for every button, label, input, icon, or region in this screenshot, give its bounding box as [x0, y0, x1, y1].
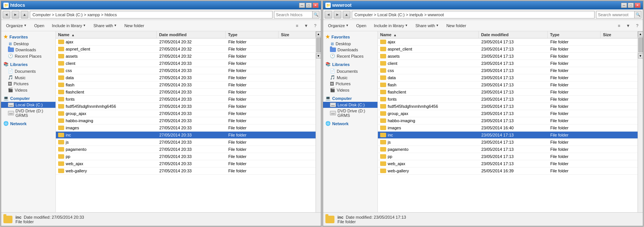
include-library-button[interactable]: Include in library ▼: [48, 21, 89, 30]
sidebar-item-documents[interactable]: 📄 Documents: [1, 68, 55, 74]
table-row[interactable]: group_ajax23/05/2014 17:13File folder: [378, 110, 638, 117]
table-row[interactable]: css27/05/2014 20:33File folder: [56, 67, 316, 74]
forward-button[interactable]: ►: [12, 11, 19, 18]
sidebar-item-desktop[interactable]: 🖥 Desktop: [1, 41, 55, 47]
scroll-up-button-2[interactable]: ▲: [638, 31, 643, 37]
table-row[interactable]: group_ajax27/05/2014 20:33File folder: [56, 110, 316, 117]
scroll-down-button-2[interactable]: ▼: [638, 53, 643, 58]
sidebar-item-downloads-2[interactable]: Downloads: [323, 47, 377, 53]
table-row[interactable]: data23/05/2014 17:13File folder: [378, 74, 638, 81]
col-header-date[interactable]: Date modified: [157, 31, 226, 38]
table-row[interactable]: js27/05/2014 20:33File folder: [56, 139, 316, 146]
table-row[interactable]: ajax23/05/2014 17:13File folder: [378, 38, 638, 46]
back-button-2[interactable]: ◄: [325, 11, 332, 18]
views-button-2[interactable]: ≡: [615, 21, 623, 30]
sidebar-item-recent-places[interactable]: 🕐 Recent Places: [1, 53, 55, 59]
sidebar-item-local-disk[interactable]: Local Disk (C:): [1, 102, 55, 108]
forward-button-2[interactable]: ►: [334, 11, 341, 18]
libraries-header-2[interactable]: 📚 Libraries: [323, 61, 377, 68]
libraries-header[interactable]: 📚 Libraries: [1, 61, 55, 68]
table-row[interactable]: habbo-imaging23/05/2014 17:13File folder: [378, 117, 638, 124]
network-header[interactable]: 🌐 Network: [1, 120, 55, 127]
maximize-button[interactable]: □: [306, 3, 312, 8]
favorites-header-2[interactable]: ★ Favorites: [323, 33, 377, 41]
table-row[interactable]: css23/05/2014 17:13File folder: [378, 67, 638, 74]
table-row[interactable]: pp27/05/2014 20:33File folder: [56, 153, 316, 160]
search-button-2[interactable]: 🔍: [634, 11, 641, 18]
organize-button[interactable]: Organize ▼: [3, 21, 30, 30]
table-row[interactable]: fonts23/05/2014 17:13File folder: [378, 96, 638, 103]
help-button[interactable]: ?: [311, 21, 319, 30]
table-row[interactable]: flashclient23/05/2014 17:13File folder: [378, 89, 638, 96]
new-folder-button[interactable]: New folder: [121, 21, 148, 30]
open-button[interactable]: Open: [31, 21, 48, 30]
col-header-name-2[interactable]: Name ▲: [378, 31, 479, 38]
computer-header-2[interactable]: 💻 Computer: [323, 95, 377, 102]
sidebar-item-videos[interactable]: 🎬 Videos: [1, 87, 55, 93]
table-row[interactable]: data27/05/2014 20:33File folder: [56, 74, 316, 81]
open-button-2[interactable]: Open: [353, 21, 370, 30]
organize-button-2[interactable]: Organize ▼: [325, 21, 352, 30]
address-path[interactable]: Computer > Local Disk (C:) > xampp > htd…: [30, 11, 273, 18]
table-row[interactable]: assets27/05/2014 20:32File folder: [56, 53, 316, 60]
table-row[interactable]: flash23/05/2014 17:13File folder: [378, 81, 638, 89]
scroll-thumb[interactable]: [316, 37, 321, 52]
views-dropdown-button-2[interactable]: ▼: [624, 21, 632, 30]
new-folder-button-2[interactable]: New folder: [443, 21, 470, 30]
network-header-2[interactable]: 🌐 Network: [323, 120, 377, 127]
col-header-size[interactable]: Size: [279, 31, 316, 38]
table-row[interactable]: web-gallery27/05/2014 20:33File folder: [56, 167, 316, 175]
up-button[interactable]: ▲: [21, 11, 28, 18]
table-row[interactable]: images23/05/2014 16:40File folder: [378, 124, 638, 132]
table-row[interactable]: web_ajax27/05/2014 20:33File folder: [56, 160, 316, 167]
sidebar-item-documents-2[interactable]: 📄 Documents: [323, 68, 377, 74]
close-button[interactable]: ✕: [313, 3, 319, 8]
table-row[interactable]: web_ajax23/05/2014 17:13File folder: [378, 160, 638, 167]
sidebar-item-pictures[interactable]: 🖼 Pictures: [1, 81, 55, 87]
table-row[interactable]: inc27/05/2014 20:33File folder: [56, 132, 316, 139]
table-row[interactable]: fonts27/05/2014 20:33File folder: [56, 96, 316, 103]
minimize-button[interactable]: ─: [299, 3, 305, 8]
close-button-2[interactable]: ✕: [635, 3, 641, 8]
sidebar-item-music-2[interactable]: 🎵 Music: [323, 74, 377, 81]
table-row[interactable]: pp23/05/2014 17:13File folder: [378, 153, 638, 160]
scroll-down-button[interactable]: ▼: [316, 53, 321, 58]
table-row[interactable]: client27/05/2014 20:33File folder: [56, 60, 316, 67]
favorites-header[interactable]: ★ Favorites: [1, 33, 55, 41]
table-row[interactable]: aspnet_client27/05/2014 20:32File folder: [56, 46, 316, 53]
sidebar-item-recent-places-2[interactable]: 🕐 Recent Places: [323, 53, 377, 59]
col-header-date-2[interactable]: Date modified: [479, 31, 548, 38]
search-input-2[interactable]: [596, 12, 634, 18]
back-button[interactable]: ◄: [3, 11, 10, 18]
table-row[interactable]: pagamento23/05/2014 17:13File folder: [378, 146, 638, 153]
sidebar-item-local-disk-2[interactable]: Local Disk (C:): [323, 102, 377, 108]
sidebar-item-downloads[interactable]: Downloads: [1, 47, 55, 53]
minimize-button-2[interactable]: ─: [621, 3, 627, 8]
include-library-button-2[interactable]: Include in library ▼: [370, 21, 411, 30]
scroll-up-button[interactable]: ▲: [316, 31, 321, 37]
table-row[interactable]: flash27/05/2014 20:33File folder: [56, 81, 316, 89]
share-with-button[interactable]: Share with ▼: [90, 21, 120, 30]
col-header-type[interactable]: Type: [226, 31, 279, 38]
maximize-button-2[interactable]: □: [628, 3, 634, 8]
computer-header[interactable]: 💻 Computer: [1, 95, 55, 102]
sidebar-item-dvd-2[interactable]: DVD Drive (D:) GRMS: [323, 108, 377, 118]
table-row[interactable]: assets23/05/2014 17:13File folder: [378, 53, 638, 60]
sidebar-item-music[interactable]: 🎵 Music: [1, 74, 55, 81]
table-row[interactable]: aspnet_client23/05/2014 17:13File folder: [378, 46, 638, 53]
table-row[interactable]: pagamento27/05/2014 20:33File folder: [56, 146, 316, 153]
up-button-2[interactable]: ▲: [343, 11, 350, 18]
table-row[interactable]: inc23/05/2014 17:13File folder: [378, 132, 638, 139]
sidebar-item-desktop-2[interactable]: 🖥 Desktop: [323, 41, 377, 47]
help-button-2[interactable]: ?: [633, 21, 641, 30]
sidebar-item-dvd[interactable]: DVD Drive (D:) GRMS: [1, 108, 55, 118]
share-with-button-2[interactable]: Share with ▼: [412, 21, 442, 30]
address-path-2[interactable]: Computer > Local Disk (C:) > inetpub > w…: [352, 11, 595, 18]
views-button[interactable]: ≡: [293, 21, 301, 30]
col-header-size-2[interactable]: Size: [601, 31, 638, 38]
sidebar-item-pictures-2[interactable]: 🖼 Pictures: [323, 81, 377, 87]
search-input[interactable]: [274, 12, 312, 18]
table-row[interactable]: fsdf545fsdgfnnmhmhg645627/05/2014 20:33F…: [56, 103, 316, 110]
scroll-thumb-2[interactable]: [638, 37, 643, 52]
table-row[interactable]: fsdf545fsdgfnnmhmhg645623/05/2014 17:13F…: [378, 103, 638, 110]
